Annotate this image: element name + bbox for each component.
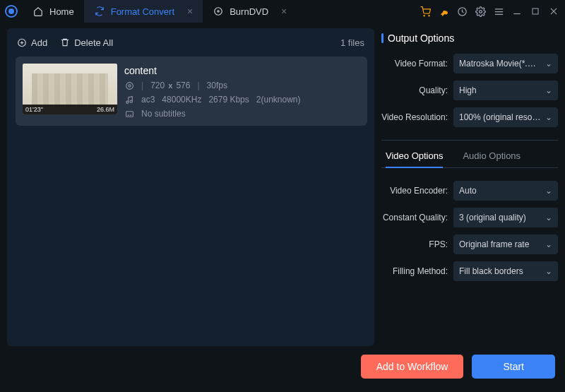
- add-button[interactable]: Add: [17, 37, 47, 48]
- video-encoder-select[interactable]: Auto ⌄: [453, 181, 558, 201]
- audio-hz: 48000KHz: [162, 95, 201, 105]
- file-list-toolbar: Add Delete All 1 files: [7, 28, 374, 57]
- svg-rect-6: [533, 8, 538, 14]
- file-item[interactable]: 01'23" 26.6M content | 720 x 576 | 30fps…: [16, 57, 367, 126]
- bottom-bar: Add to Workflow Start: [0, 346, 565, 386]
- subtitle-icon: [124, 109, 134, 119]
- svg-point-2: [424, 15, 424, 16]
- video-format-label: Video Format:: [381, 59, 453, 69]
- close-icon[interactable]: ×: [187, 6, 193, 17]
- file-subtitles: No subtitles: [141, 109, 186, 119]
- history-icon[interactable]: [456, 6, 468, 17]
- chevron-down-icon: ⌄: [545, 213, 552, 222]
- file-duration: 01'23": [25, 106, 43, 113]
- file-title: content: [124, 65, 360, 76]
- home-icon: [32, 6, 44, 17]
- chevron-down-icon: ⌄: [545, 85, 552, 95]
- svg-point-8: [126, 82, 133, 89]
- video-encoder-label: Video Encoder:: [381, 186, 453, 196]
- settings-icon[interactable]: [475, 6, 486, 17]
- disc-icon: [213, 6, 224, 17]
- file-count-label: 1 files: [340, 37, 364, 48]
- svg-point-3: [428, 15, 429, 16]
- audio-codec: ac3: [141, 95, 155, 105]
- video-info-icon: [124, 81, 134, 90]
- constant-quality-select[interactable]: 3 (original quality) ⌄: [453, 208, 558, 227]
- title-bar-actions: [420, 6, 565, 17]
- tab-burndvd-label: BurnDVD: [230, 6, 268, 17]
- chevron-down-icon: ⌄: [545, 59, 552, 69]
- convert-icon: [94, 6, 105, 17]
- output-options-panel: Output Options Video Format: Matroska Mo…: [381, 28, 558, 346]
- options-tabs: Video Options Audio Options: [381, 150, 558, 168]
- chevron-down-icon: ⌄: [545, 112, 552, 122]
- tab-audio-options[interactable]: Audio Options: [463, 150, 521, 168]
- file-width: 720: [150, 81, 165, 90]
- video-resolution-label: Video Resolution:: [381, 112, 453, 122]
- audio-bitrate: 2679 Kbps: [208, 95, 249, 105]
- quality-label: Quality:: [381, 85, 453, 95]
- main-area: Add Delete All 1 files 01'23" 26.6M cont…: [0, 23, 565, 346]
- trash-icon: [60, 37, 70, 47]
- file-meta: content | 720 x 576 | 30fps ac3 48000KHz…: [124, 64, 360, 119]
- add-to-workflow-button[interactable]: Add to Workflow: [361, 355, 464, 379]
- filling-method-select[interactable]: Fill black borders ⌄: [453, 261, 558, 281]
- title-bar: Home Format Convert × BurnDVD ×: [0, 0, 565, 23]
- file-fps: 30fps: [207, 81, 227, 90]
- svg-point-9: [128, 84, 130, 86]
- fps-label: FPS:: [381, 239, 453, 249]
- chevron-down-icon: ⌄: [545, 186, 552, 196]
- svg-point-10: [126, 101, 128, 103]
- menu-icon[interactable]: [493, 6, 504, 17]
- window-close-icon[interactable]: [548, 6, 559, 17]
- file-list-panel: Add Delete All 1 files 01'23" 26.6M cont…: [7, 28, 374, 346]
- key-icon[interactable]: [438, 6, 449, 17]
- tab-video-options[interactable]: Video Options: [386, 150, 443, 168]
- quality-select[interactable]: High ⌄: [453, 81, 558, 100]
- tab-home[interactable]: Home: [23, 0, 84, 23]
- start-button[interactable]: Start: [472, 355, 555, 379]
- svg-rect-12: [126, 111, 133, 117]
- chevron-down-icon: ⌄: [545, 239, 552, 249]
- tab-format-convert[interactable]: Format Convert ×: [84, 0, 203, 23]
- plus-circle-icon: [17, 37, 27, 47]
- video-format-select[interactable]: Matroska Movie(*.m… ⌄: [453, 54, 558, 73]
- close-icon[interactable]: ×: [281, 6, 287, 17]
- add-label: Add: [31, 37, 47, 48]
- fps-select[interactable]: Original frame rate ⌄: [453, 234, 558, 254]
- delete-all-label: Delete All: [74, 37, 113, 48]
- audio-channels: 2(unknown): [256, 95, 301, 105]
- app-logo: [0, 0, 23, 23]
- svg-point-1: [218, 11, 219, 12]
- video-resolution-select[interactable]: 100% (original resol… ⌄: [453, 107, 558, 127]
- constant-quality-label: Constant Quality:: [381, 213, 453, 222]
- filling-method-label: Filling Method:: [381, 266, 453, 276]
- tab-burndvd[interactable]: BurnDVD ×: [203, 0, 297, 23]
- minimize-icon[interactable]: [511, 6, 523, 17]
- output-options-heading: Output Options: [381, 32, 558, 44]
- svg-point-5: [479, 10, 482, 13]
- maximize-icon[interactable]: [530, 6, 541, 17]
- file-thumbnail: 01'23" 26.6M: [23, 64, 117, 114]
- chevron-down-icon: ⌄: [545, 266, 552, 276]
- file-size: 26.6M: [97, 106, 114, 113]
- delete-all-button[interactable]: Delete All: [60, 37, 113, 48]
- tab-home-label: Home: [49, 6, 74, 17]
- file-height: 576: [176, 81, 190, 90]
- tab-format-convert-label: Format Convert: [111, 6, 174, 17]
- audio-info-icon: [124, 95, 134, 105]
- cart-icon[interactable]: [420, 6, 431, 17]
- svg-point-0: [215, 8, 222, 16]
- svg-point-11: [130, 100, 132, 102]
